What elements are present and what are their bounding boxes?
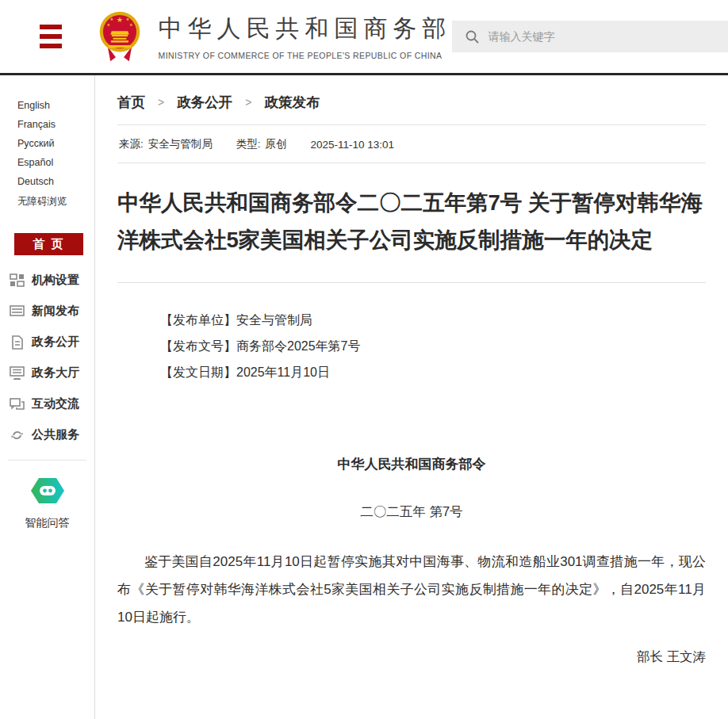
monitor-icon <box>10 366 25 381</box>
menu-hamburger-icon[interactable] <box>40 25 62 48</box>
service-arrows-icon <box>10 428 25 442</box>
sidebar-item-label: 公共服务 <box>32 427 79 442</box>
site-title: 中华人民共和国商务部 <box>159 13 452 45</box>
divider <box>117 282 706 283</box>
sidebar-item-label: 政务公开 <box>32 335 79 350</box>
minister-signature: 部长 王文涛 <box>117 648 706 666</box>
info-publisher: 【发布单位】安全与管制局 <box>160 307 706 333</box>
sidebar-item-service-hall[interactable]: 政务大厅 <box>0 358 94 388</box>
meta-type-value: 原创 <box>266 138 287 150</box>
breadcrumb-home[interactable]: 首页 <box>117 93 145 112</box>
sidebar-item-home[interactable]: 首 页 <box>14 233 83 255</box>
sidebar-item-news[interactable]: 新闻发布 <box>0 296 94 327</box>
site-brand: 中华人民共和国商务部 MINISTRY OF COMMERCE OF THE P… <box>159 13 452 60</box>
search-icon <box>465 29 479 44</box>
divider <box>117 163 706 163</box>
lang-espanol[interactable]: Español <box>17 153 53 172</box>
svg-text:★: ★ <box>129 22 133 27</box>
info-issue-date: 【发文日期】2025年11月10日 <box>160 359 706 385</box>
meta-datetime: 2025-11-10 13:01 <box>311 139 395 151</box>
site-subtitle: MINISTRY OF COMMERCE OF THE PEOPLE'S REP… <box>159 51 452 60</box>
lang-deutsch[interactable]: Deutsch <box>17 172 54 191</box>
article-title: 中华人民共和国商务部令二〇二五年第7号 关于暂停对韩华海洋株式会社5家美国相关子… <box>117 184 706 258</box>
smart-qa-widget[interactable]: 智能问答 <box>0 476 94 530</box>
sidebar-nav: 机构设置 新闻发布 政务公开 <box>0 265 94 450</box>
article-info-block: 【发布单位】安全与管制局 【发布文号】商务部令2025年第7号 【发文日期】20… <box>160 307 706 385</box>
article-meta: 来源:安全与管制局 类型:原创 2025-11-10 13:01 <box>117 125 706 163</box>
sidebar-item-label: 机构设置 <box>32 273 79 288</box>
decree-paragraph: 鉴于美国自2025年11月10日起暂停实施其对中国海事、物流和造船业301调查措… <box>117 548 706 631</box>
svg-text:★: ★ <box>116 16 122 24</box>
sidebar-item-label: 互动交流 <box>32 396 79 411</box>
breadcrumb: 首页 > 政务公开 > 政策发布 <box>117 93 706 112</box>
header: ★ ★ ★ ★ ★ 中华人民共和国商务部 MINISTRY OF COMMERC… <box>0 0 728 73</box>
decree-title: 中华人民共和国商务部令 <box>117 455 706 473</box>
info-doc-number: 【发布文号】商务部令2025年第7号 <box>160 333 706 359</box>
lang-russian[interactable]: Русский <box>17 134 54 153</box>
meta-source: 来源:安全与管制局 <box>119 137 213 151</box>
breadcrumb-separator: > <box>158 96 164 109</box>
svg-text:★: ★ <box>109 17 113 21</box>
sidebar-item-interaction[interactable]: 互动交流 <box>0 388 94 419</box>
language-links: EnglishFrançaisРусскийEspañolDeutsch <box>17 96 92 191</box>
sidebar-item-label: 新闻发布 <box>32 304 79 319</box>
search-box[interactable] <box>452 21 728 52</box>
smart-qa-label: 智能问答 <box>0 516 94 530</box>
news-icon <box>10 304 25 318</box>
document-icon <box>10 335 25 350</box>
breadcrumb-separator: > <box>245 96 251 109</box>
chat-icon <box>10 397 25 411</box>
meta-source-label: 来源: <box>119 138 144 150</box>
meta-type-label: 类型: <box>236 138 261 150</box>
sidebar-divider <box>8 460 86 461</box>
breadcrumb-gov-info[interactable]: 政务公开 <box>177 93 232 112</box>
svg-text:★: ★ <box>125 17 129 21</box>
robot-icon <box>29 476 66 505</box>
lang-francais[interactable]: Français <box>17 115 56 134</box>
search-input[interactable] <box>489 30 726 43</box>
sidebar-item-gov-info[interactable]: 政务公开 <box>0 327 94 358</box>
meta-type: 类型:原创 <box>236 137 287 151</box>
meta-source-value: 安全与管制局 <box>148 138 213 150</box>
main-content: 首页 > 政务公开 > 政策发布 来源:安全与管制局 类型:原创 2025-11… <box>95 75 728 719</box>
sidebar-item-org[interactable]: 机构设置 <box>0 265 94 296</box>
sidebar: EnglishFrançaisРусскийEspañolDeutsch 无障碍… <box>0 75 95 719</box>
lang-english[interactable]: English <box>17 96 50 115</box>
org-grid-icon <box>10 273 25 287</box>
decree-number: 二〇二五年 第7号 <box>117 503 706 521</box>
sidebar-item-public-service[interactable]: 公共服务 <box>0 419 94 450</box>
sidebar-item-label: 政务大厅 <box>32 365 79 381</box>
accessibility-link[interactable]: 无障碍浏览 <box>17 192 94 211</box>
svg-text:★: ★ <box>106 22 110 27</box>
breadcrumb-policy-release[interactable]: 政策发布 <box>264 93 320 112</box>
national-emblem-logo: ★ ★ ★ ★ ★ <box>98 6 141 67</box>
